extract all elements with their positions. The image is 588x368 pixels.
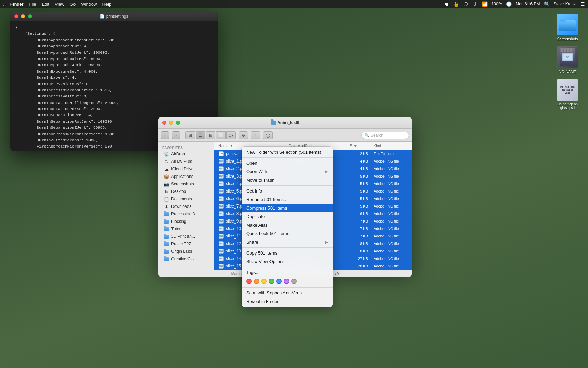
ctx-copy[interactable]: Copy 501 Items (242, 249, 333, 257)
app-name[interactable]: Finder (10, 2, 24, 7)
file-icon-png: PNG (218, 188, 224, 194)
ctx-separator-2 (242, 185, 333, 186)
file-icon-png: PNG (218, 158, 224, 164)
ctx-share[interactable]: Share ▶ (242, 238, 333, 246)
menu-edit[interactable]: Edit (42, 2, 49, 7)
tag-gray[interactable] (291, 279, 297, 284)
finder-icon-view[interactable]: ⊞ (185, 131, 195, 139)
tag-green[interactable] (269, 279, 274, 284)
finder-tag-button[interactable]: ◯ (263, 131, 273, 139)
tag-purple[interactable] (284, 279, 289, 284)
finder-close-button[interactable] (162, 121, 166, 125)
sidebar-item-originlabs[interactable]: Origin Labs (160, 248, 213, 255)
finder-back-button[interactable]: ‹ (161, 131, 169, 139)
menu-list-icon[interactable]: ☰ (580, 1, 585, 7)
username[interactable]: Steve Kranz (554, 2, 576, 6)
tag-blue[interactable] (276, 279, 282, 284)
ctx-rename[interactable]: Rename 501 Items... (242, 195, 333, 204)
sidebar-creativeclo-label: Creative Clo... (171, 257, 197, 261)
svg-text:SD: SD (566, 56, 569, 58)
minimize-button[interactable] (21, 14, 25, 18)
menubar:  Finder File Edit View Go Window Help ⏺… (0, 0, 588, 8)
finder-minimize-button[interactable] (169, 121, 173, 125)
desktop:  Finder File Edit View Go Window Help ⏺… (0, 0, 588, 368)
finder-search-bar[interactable]: 🔍 Search (361, 132, 409, 139)
tag-yellow[interactable] (261, 279, 267, 284)
search-icon: 🔍 (364, 133, 369, 137)
ctx-open-with[interactable]: Open With ▶ (242, 167, 333, 176)
tutorials-folder-icon (164, 226, 169, 232)
finder-list-view[interactable]: ☰ (196, 131, 205, 139)
ctx-get-info[interactable]: Get Info (242, 187, 333, 195)
desktop-icon-noname[interactable]: SD NO NAME (554, 46, 581, 74)
sidebar-item-documents[interactable]: 📋 Documents (160, 195, 213, 203)
ctx-open[interactable]: Open (242, 159, 333, 167)
sidebar-item-creativeclo[interactable]: Creative Clo... (160, 255, 213, 263)
psd-file-icon: Do not tap on glass .psd (557, 79, 578, 101)
sidebar-item-3dprint[interactable]: 3D Print an... (160, 233, 213, 240)
sidebar-all-files-label: All My Files (171, 159, 192, 164)
sidebar-item-desktop[interactable]: 🖥 Desktop (160, 188, 213, 195)
ctx-tags[interactable]: Tags... (242, 268, 333, 277)
sidebar-processing3-label: Processing 3 (171, 212, 195, 216)
text-editor-titlebar: 📄 printsettings (10, 12, 218, 21)
ctx-show-view-options[interactable]: Show View Options (242, 257, 333, 266)
ctx-move-to-trash[interactable]: Move to Trash (242, 176, 333, 184)
sidebar-item-all-files[interactable]: 🗂 All My Files (160, 158, 213, 165)
finder-coverflow-view[interactable]: ⬜ (216, 131, 226, 139)
ctx-compress[interactable]: Compress 501 Items (242, 204, 333, 212)
all-files-icon: 🗂 (164, 159, 169, 164)
ctx-separator-3 (242, 247, 333, 248)
file-icon-png: PNG (218, 196, 224, 201)
sidebar-item-icloud[interactable]: ☁ iCloud Drive (160, 165, 213, 173)
tag-orange[interactable] (254, 279, 259, 284)
file-icon-txt: TXT (218, 151, 224, 156)
search-icon[interactable]: 🔍 (544, 1, 550, 7)
column-size[interactable]: Size (347, 144, 371, 148)
ctx-quick-look[interactable]: Quick Look 501 Items (242, 229, 333, 238)
ctx-open-with-arrow: ▶ (325, 170, 328, 173)
finder-share-button[interactable]: ↑ (251, 131, 260, 139)
battery-indicator: 100% (492, 2, 502, 6)
file-icon-png: PNG (218, 181, 224, 186)
sidebar-item-applications[interactable]: 📦 Applications (160, 173, 213, 180)
sidebar-item-airdrop[interactable]: 📡 AirDrop (160, 150, 213, 158)
desktop-icon-psd[interactable]: Do not tap on glass .psd Do not tap ongl… (554, 79, 581, 110)
close-button[interactable] (14, 14, 18, 18)
finder-maximize-button[interactable] (176, 121, 180, 125)
sidebar-item-downloads[interactable]: ⬇ Downloads (160, 203, 213, 210)
finder-column-view[interactable]: ⊟ (206, 131, 215, 139)
ctx-make-alias[interactable]: Make Alias (242, 221, 333, 229)
tag-red[interactable] (246, 279, 252, 284)
file-icon-png: PNG (218, 203, 224, 209)
ctx-new-folder-selection[interactable]: New Folder with Selection (501 Items) (242, 148, 333, 156)
sidebar-item-tutorials[interactable]: Tutorials (160, 225, 213, 233)
maximize-button[interactable] (28, 14, 32, 18)
ctx-duplicate[interactable]: Duplicate (242, 212, 333, 221)
menu-window[interactable]: Window (81, 2, 97, 7)
sidebar-item-processing3[interactable]: Processing 3 (160, 210, 213, 218)
record-icon: ⏺ (444, 1, 450, 7)
finder-action-button[interactable]: ⚙ (239, 131, 248, 139)
svg-rect-8 (570, 48, 572, 52)
sidebar-item-projectt2z[interactable]: ProjectT2Z (160, 240, 213, 248)
menu-help[interactable]: Help (102, 2, 111, 7)
originlabs-folder-icon (164, 249, 169, 254)
sidebar-item-flocking[interactable]: Flocking (160, 218, 213, 225)
finder-folder-icon (271, 121, 276, 125)
ctx-scan-antivirus[interactable]: Scan with Sophos Anti-Virus (242, 289, 333, 297)
ctx-reveal-in-finder[interactable]: Reveal in Finder (242, 297, 333, 306)
file-icon-png: PNG (218, 218, 224, 224)
desktop-icon-screenshots[interactable]: Screenshots (554, 14, 581, 41)
column-kind[interactable]: Kind (371, 144, 412, 148)
finder-forward-button[interactable]: › (172, 131, 180, 139)
sidebar-item-screenshots[interactable]: 📷 Screenshots (160, 180, 213, 188)
menu-view[interactable]: View (55, 2, 64, 7)
apple-menu[interactable]:  (3, 1, 5, 7)
favorites-label: FAVORITES (158, 144, 214, 150)
finder-gallery-view[interactable]: ⊡▾ (226, 131, 236, 139)
file-icon-png: PNG (218, 256, 224, 261)
menu-go[interactable]: Go (70, 2, 76, 7)
menu-file[interactable]: File (29, 2, 36, 7)
downloads-icon: ⬇ (164, 204, 169, 209)
